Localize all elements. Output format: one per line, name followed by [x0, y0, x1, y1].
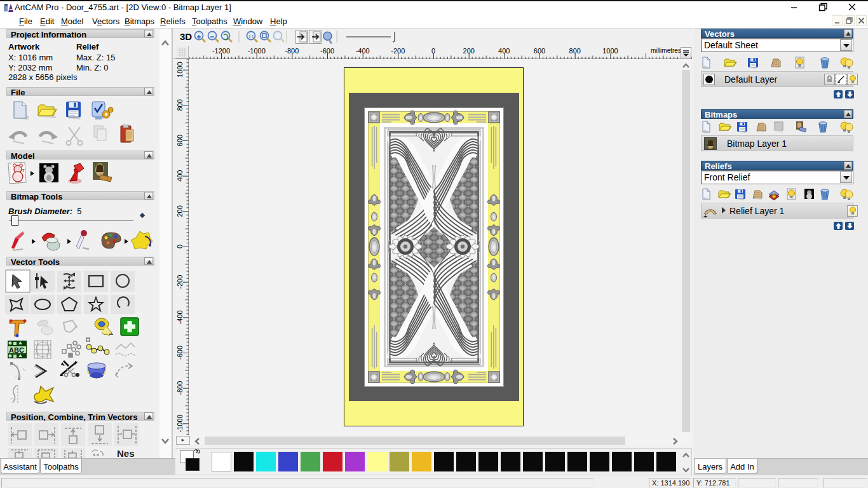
svg-text:ABC: ABC: [9, 346, 24, 354]
svg-text:-800: -800: [176, 381, 184, 395]
svg-text:Nes: Nes: [117, 448, 135, 458]
svg-text:400: 400: [176, 170, 184, 182]
svg-text:-1000: -1000: [248, 47, 266, 55]
svg-text:-800: -800: [285, 47, 299, 55]
svg-text:a a: a a: [93, 452, 99, 457]
svg-text:-600: -600: [320, 47, 334, 55]
svg-text:800: 800: [176, 99, 184, 111]
svg-text:600: 600: [534, 47, 545, 55]
svg-text:-400: -400: [356, 47, 370, 55]
svg-text:0: 0: [176, 245, 184, 248]
svg-text:+: +: [703, 212, 707, 219]
svg-text:200: 200: [176, 205, 184, 217]
svg-text:200: 200: [463, 47, 475, 55]
svg-text:-600: -600: [176, 346, 184, 360]
svg-text:-400: -400: [176, 310, 184, 324]
svg-text:T: T: [22, 168, 25, 173]
svg-text:millimetres: millimetres: [651, 47, 681, 54]
svg-text:-200: -200: [391, 47, 405, 55]
svg-text:1:1: 1:1: [248, 34, 254, 38]
svg-text:0: 0: [431, 47, 435, 55]
svg-text:400: 400: [498, 47, 510, 55]
svg-text:800: 800: [569, 47, 581, 55]
svg-text:-200: -200: [176, 275, 184, 289]
svg-text:-1000: -1000: [176, 414, 184, 432]
svg-text:-1200: -1200: [212, 47, 230, 55]
svg-text:600: 600: [176, 135, 184, 146]
svg-text:1000: 1000: [176, 62, 184, 77]
svg-text:1000: 1000: [602, 47, 618, 55]
